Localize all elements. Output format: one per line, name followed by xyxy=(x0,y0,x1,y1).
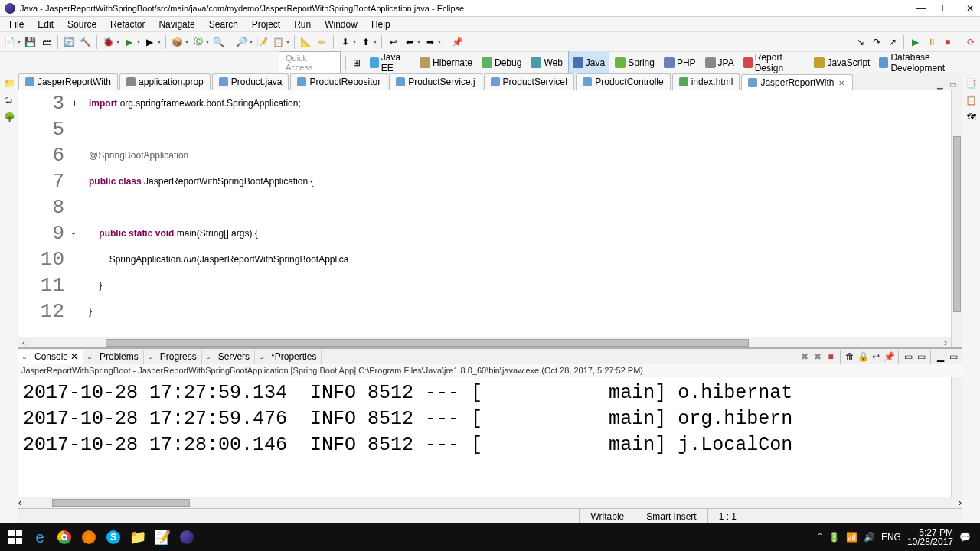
maximize-button[interactable]: ☐ xyxy=(940,3,951,14)
pin-editor-icon[interactable]: 📌 xyxy=(451,35,464,48)
menu-window[interactable]: Window xyxy=(318,18,364,31)
next-annotation-icon[interactable]: ⬇ xyxy=(338,35,351,48)
network-icon[interactable]: 📶 xyxy=(846,532,858,543)
notepad-icon[interactable]: 📝 xyxy=(150,525,175,549)
console-v-scrollbar[interactable] xyxy=(951,377,962,497)
editor-h-scrollbar[interactable]: ‹› xyxy=(18,337,951,347)
terminate-btn-icon[interactable]: ■ xyxy=(825,351,836,362)
relaunch-icon[interactable]: ⟳ xyxy=(964,35,977,48)
perspective-jpa[interactable]: JPA xyxy=(701,51,738,75)
skype-icon[interactable]: S xyxy=(101,525,126,549)
resume-icon[interactable]: ▶ xyxy=(909,35,922,48)
file-explorer-icon[interactable]: 📁 xyxy=(126,525,150,549)
refresh-icon[interactable]: 🔄 xyxy=(63,35,76,48)
save-icon[interactable]: 💾 xyxy=(24,35,37,48)
close-tab-icon[interactable]: ✕ xyxy=(837,79,846,87)
max-icon[interactable]: ▭ xyxy=(948,351,959,362)
editor-tab[interactable]: ProductService.j xyxy=(389,73,482,90)
search-icon[interactable]: 🔎 xyxy=(235,35,248,48)
menu-file[interactable]: File xyxy=(3,18,30,31)
build-icon[interactable]: 🔨 xyxy=(79,35,92,48)
editor-tab[interactable]: index.html xyxy=(672,73,740,90)
task-list-icon[interactable]: 📋 xyxy=(965,95,977,106)
new-icon[interactable]: 📄 xyxy=(3,35,16,48)
package-explorer-icon[interactable]: 📁 xyxy=(4,78,15,89)
menu-project[interactable]: Project xyxy=(246,18,286,31)
notifications-icon[interactable]: 💬 xyxy=(959,532,971,543)
menu-search[interactable]: Search xyxy=(203,18,244,31)
perspective-php[interactable]: PHP xyxy=(660,51,700,75)
minimize-view-icon[interactable]: ▁ xyxy=(935,80,946,90)
run-icon[interactable]: ▶ xyxy=(122,35,136,48)
start-button[interactable] xyxy=(3,525,28,549)
terminate-icon[interactable]: ■ xyxy=(941,35,954,48)
editor-tab[interactable]: JasperReportWith✕ xyxy=(741,74,853,90)
perspective-java-ee[interactable]: Java EE xyxy=(366,51,414,75)
system-clock[interactable]: 5:27 PM 10/28/2017 xyxy=(907,528,953,546)
console-output[interactable]: 2017-10-28 17:27:59.134 INFO 8512 --- [ … xyxy=(18,377,951,497)
close-button[interactable]: ✕ xyxy=(965,3,975,14)
remove-launch-icon[interactable]: ✖ xyxy=(799,351,810,362)
editor-v-scrollbar[interactable] xyxy=(951,90,962,347)
bottom-tab-problems[interactable]: ▫Problems xyxy=(83,350,144,364)
step-into-icon[interactable]: ↘ xyxy=(854,35,867,48)
perspective-spring[interactable]: Spring xyxy=(611,51,658,75)
menu-help[interactable]: Help xyxy=(365,18,397,31)
step-over-icon[interactable]: ↷ xyxy=(870,35,883,48)
language-indicator[interactable]: ENG xyxy=(881,532,901,543)
editor-tab[interactable]: ProductRepositor xyxy=(290,73,387,90)
remove-all-icon[interactable]: ✖ xyxy=(812,351,823,362)
open-perspective-icon[interactable]: ⊞ xyxy=(351,56,363,69)
suspend-icon[interactable]: ⏸ xyxy=(925,35,938,48)
editor-tab[interactable]: Product.java xyxy=(212,73,289,90)
menu-navigate[interactable]: Navigate xyxy=(152,18,201,31)
chrome-icon[interactable] xyxy=(52,525,77,549)
bottom-tab-console[interactable]: ▫Console ✕ xyxy=(18,350,83,364)
bottom-tab-progress[interactable]: ▫Progress xyxy=(144,350,202,364)
editor-tab[interactable]: ProductControlle xyxy=(576,73,670,90)
perspective-hibernate[interactable]: Hibernate xyxy=(416,51,476,75)
eclipse-taskbar-icon[interactable] xyxy=(175,525,199,549)
prev-annotation-icon[interactable]: ⬆ xyxy=(359,35,372,48)
new-console-icon[interactable]: ▭ xyxy=(916,351,926,362)
annotation-icon[interactable]: 📝 xyxy=(256,35,269,48)
open-type-icon[interactable]: 🔍 xyxy=(212,35,225,48)
code-area[interactable]: 3+import org.springframework.boot.Spring… xyxy=(18,90,951,337)
edge-icon[interactable]: e xyxy=(28,525,52,549)
navigator-icon[interactable]: 🗂 xyxy=(4,95,15,106)
perspective-debug[interactable]: Debug xyxy=(478,51,525,75)
hierarchy-icon[interactable]: 🌳 xyxy=(4,112,15,122)
clear-icon[interactable]: 🗑 xyxy=(844,351,855,362)
forward-icon[interactable]: ➡ xyxy=(423,35,436,48)
menu-edit[interactable]: Edit xyxy=(31,18,60,31)
perspective-report-design[interactable]: Report Design xyxy=(740,51,809,75)
close-tab-icon[interactable]: ✕ xyxy=(70,351,78,362)
outline-icon[interactable]: 📑 xyxy=(965,78,977,89)
minimize-button[interactable]: — xyxy=(916,3,926,14)
menu-run[interactable]: Run xyxy=(288,18,317,31)
tray-up-icon[interactable]: ˄ xyxy=(818,532,822,543)
save-all-icon[interactable]: 🗃 xyxy=(40,35,53,48)
new-package-icon[interactable]: 📦 xyxy=(171,35,184,48)
volume-icon[interactable]: 🔊 xyxy=(864,532,875,543)
editor-tab[interactable]: ProductServiceI xyxy=(484,73,575,90)
debug-icon[interactable]: 🐞 xyxy=(102,35,115,48)
firefox-icon[interactable] xyxy=(77,525,101,549)
bottom-tab-properties[interactable]: ▫*Properties xyxy=(255,350,322,364)
scroll-lock-icon[interactable]: 🔒 xyxy=(858,351,868,362)
menu-source[interactable]: Source xyxy=(61,18,103,31)
menu-refactor[interactable]: Refactor xyxy=(104,18,151,31)
perspective-web[interactable]: Web xyxy=(527,51,566,75)
step-return-icon[interactable]: ↗ xyxy=(886,35,899,48)
back-icon[interactable]: ⬅ xyxy=(403,35,416,48)
toggle-breadcrumb-icon[interactable]: 📐 xyxy=(299,35,312,48)
task-icon[interactable]: 📋 xyxy=(272,35,285,48)
perspective-database-development[interactable]: Database Development xyxy=(875,51,977,75)
console-h-scrollbar[interactable]: ‹› xyxy=(18,497,962,508)
pin-icon[interactable]: 📌 xyxy=(884,351,894,362)
last-edit-icon[interactable]: ↩ xyxy=(387,35,400,48)
new-class-icon[interactable]: Ⓒ xyxy=(191,35,204,48)
quick-access[interactable]: Quick Access xyxy=(279,51,341,74)
editor-tab[interactable]: JasperReportWith xyxy=(18,73,118,90)
toggle-mark-icon[interactable]: ✏ xyxy=(315,35,328,48)
